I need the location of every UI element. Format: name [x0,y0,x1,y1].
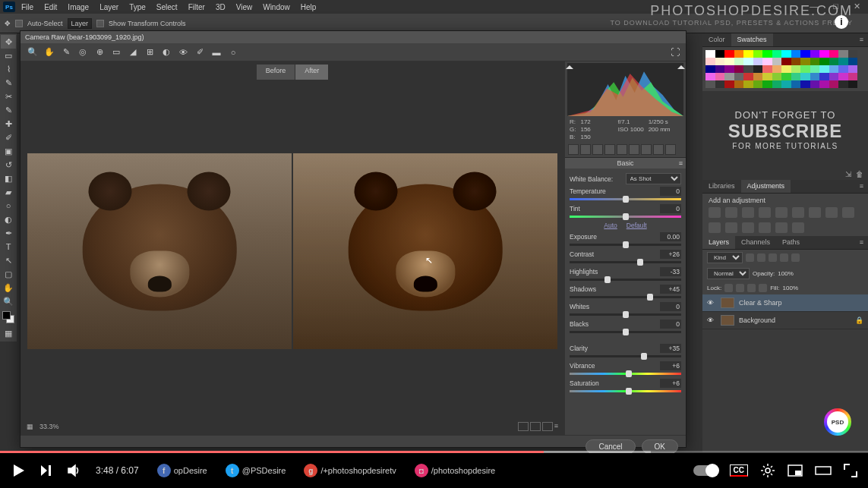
swatch[interactable] [810,65,820,73]
photo-filter-adj-icon[interactable] [825,207,838,218]
show-transform-checkbox[interactable] [96,20,104,27]
swatch[interactable] [772,58,782,65]
saturation-slider[interactable] [570,390,681,392]
layer-thumbnail[interactable] [721,315,734,326]
blacks-value[interactable]: 0 [660,320,681,329]
menu-image[interactable]: Image [63,3,93,11]
filter-shape-icon[interactable] [780,253,788,262]
swatch[interactable] [705,65,715,73]
swatch[interactable] [743,80,753,88]
autoplay-toggle[interactable] [693,465,718,476]
theater-button[interactable] [815,464,832,477]
blur-tool[interactable]: ○ [1,199,16,213]
eyedropper-tool[interactable]: ✎ [1,103,16,117]
cr-straighten-tool[interactable]: ◢ [127,46,139,58]
swatch[interactable] [848,58,858,65]
captions-button[interactable]: CC [730,464,748,477]
tint-value[interactable]: 0 [660,204,681,213]
swatch[interactable] [753,50,763,58]
swatch[interactable] [800,80,810,88]
zoom-level[interactable]: 33.3% [39,423,59,430]
swatch[interactable] [743,58,753,65]
swatch[interactable] [848,73,858,80]
contrast-value[interactable]: +26 [660,250,681,259]
temperature-slider[interactable] [570,198,681,200]
swatch[interactable] [829,58,839,65]
fx-panel-icon[interactable] [641,144,652,155]
default-link[interactable]: Default [622,222,652,229]
lasso-tool[interactable]: ⌇ [1,62,16,76]
swatch[interactable] [810,50,820,58]
swatch[interactable] [724,58,734,65]
swatch[interactable] [772,73,782,80]
clarity-slider[interactable] [570,355,681,357]
bw-adj-icon[interactable] [809,207,821,218]
trash-icon[interactable]: 🗑 [856,170,863,178]
social-link[interactable]: fopDesire [157,464,207,477]
swatch[interactable] [810,58,820,65]
swatch[interactable] [753,80,763,88]
swatch[interactable] [800,73,810,80]
swatch[interactable] [791,80,801,88]
swatch[interactable] [734,65,744,73]
swatch[interactable] [829,73,839,80]
vibrance-value[interactable]: +6 [660,361,681,370]
basic-panel-icon[interactable] [568,144,579,155]
menu-file[interactable]: File [17,3,38,11]
contrast-slider[interactable] [570,261,681,263]
curves-adj-icon[interactable] [742,207,754,218]
swatch[interactable] [772,50,782,58]
swatch[interactable] [800,50,810,58]
volume-button[interactable] [67,463,82,478]
swatch[interactable] [838,50,848,58]
swatch[interactable] [715,80,725,88]
hsl-panel-icon[interactable] [604,144,615,155]
wb-dropdown[interactable]: As Shot [626,173,682,184]
filter-kind-dropdown[interactable]: Kind [707,252,743,263]
swatch[interactable] [848,50,858,58]
color-tab[interactable]: Color [702,33,731,46]
swatch[interactable] [819,80,829,88]
brush-tool[interactable]: ✐ [1,131,16,144]
saturation-value[interactable]: +6 [660,379,681,388]
menu-3d[interactable]: 3D [211,3,230,11]
swatch[interactable] [829,80,839,88]
settings-button[interactable] [760,463,775,478]
highlights-slider[interactable] [570,279,681,281]
swatch[interactable] [781,80,791,88]
swatch[interactable] [705,50,715,58]
swatch[interactable] [848,80,858,88]
swatch[interactable] [772,80,782,88]
swatch[interactable] [743,50,753,58]
menu-view[interactable]: View [232,3,257,11]
swatch[interactable] [762,80,772,88]
menu-help[interactable]: Help [296,3,321,11]
view-split-h-icon[interactable] [530,422,541,431]
view-single-icon[interactable] [518,422,529,431]
lock-pixels-icon[interactable] [736,284,744,292]
cr-targeted-tool[interactable]: ⊕ [93,46,106,58]
swatch[interactable] [810,73,820,80]
detail-panel-icon[interactable] [592,144,603,155]
adjustments-tab[interactable]: Adjustments [741,180,791,193]
swatch[interactable] [724,50,734,58]
swatch[interactable] [743,65,753,73]
swatch[interactable] [819,58,829,65]
auto-select-dropdown[interactable]: Layer [68,18,93,29]
swatch[interactable] [829,50,839,58]
cr-color-sampler-tool[interactable]: ◎ [77,46,89,58]
swatch[interactable] [724,73,734,80]
exposure-value[interactable]: 0.00 [660,232,681,241]
tint-slider[interactable] [570,216,681,218]
menu-layer[interactable]: Layer [95,3,123,11]
dodge-tool[interactable]: ◐ [1,213,16,226]
panel-menu-icon[interactable]: ≡ [679,159,683,167]
swatch[interactable] [762,73,772,80]
blacks-slider[interactable] [570,331,681,333]
swatch[interactable] [715,73,725,80]
play-button[interactable] [11,463,26,478]
swatch[interactable] [734,80,744,88]
menu-type[interactable]: Type [125,3,150,11]
type-tool[interactable]: T [1,240,16,253]
history-brush-tool[interactable]: ↺ [1,158,16,172]
